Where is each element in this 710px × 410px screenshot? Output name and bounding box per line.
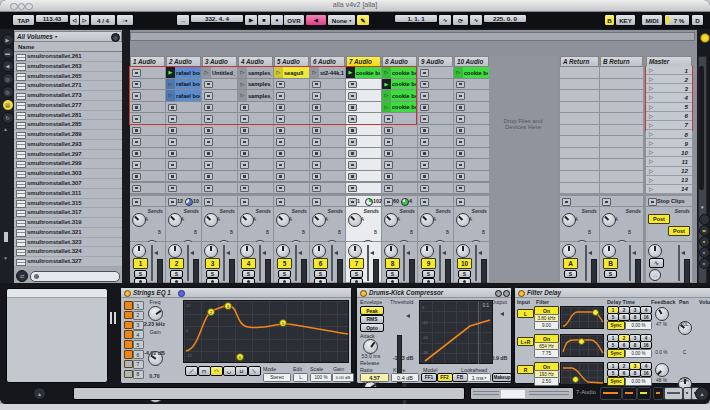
clip-stop-button[interactable] (204, 198, 213, 206)
scene-row-7[interactable]: ▷7 (646, 121, 692, 130)
clip-stop-button[interactable] (168, 150, 177, 158)
clip-stop-button[interactable] (456, 127, 465, 135)
fader-handle[interactable] (190, 251, 194, 255)
clip-stop-button[interactable] (456, 81, 465, 89)
eq-filter-type-4-icon[interactable]: ⊔ (235, 366, 248, 376)
clip-slot[interactable] (130, 79, 165, 90)
delay-input-L[interactable]: L (517, 309, 534, 318)
clip-slot[interactable] (274, 125, 309, 136)
browser-scroll-up-icon[interactable]: ▲ (3, 126, 8, 132)
clip-slot[interactable] (274, 136, 309, 147)
clip-slot[interactable] (382, 148, 417, 159)
midi-map-button[interactable]: MIDI (641, 14, 663, 26)
fader-handle[interactable] (632, 251, 636, 255)
eq-filter-type-5-icon[interactable]: ⟍ (248, 366, 261, 376)
clip-slot[interactable] (310, 102, 345, 113)
nudge-up-button[interactable]: ▷ (79, 14, 90, 26)
solo-button[interactable]: S (242, 270, 255, 279)
scene-row-13[interactable]: ▷13 (646, 176, 692, 185)
clip-stop-button[interactable] (312, 115, 321, 123)
clip-slot[interactable] (418, 113, 453, 124)
scene-row-4[interactable]: ▷4 (646, 93, 692, 102)
pan-knob[interactable] (240, 244, 254, 258)
browser-tab-icon-5[interactable]: ▤ (2, 99, 14, 111)
fader-handle[interactable] (154, 251, 158, 255)
clip-slot[interactable] (346, 125, 381, 136)
clip-stop-button[interactable] (420, 198, 429, 206)
scene-play-icon[interactable]: ▷ (649, 177, 653, 183)
filter-curve-display[interactable] (560, 362, 604, 385)
clip-slot[interactable] (418, 159, 453, 170)
fader-track[interactable] (629, 245, 631, 281)
browser-tab-icon-6[interactable]: ↻ (2, 112, 14, 124)
browser-file-row[interactable]: smultronstallet.261 (14, 52, 122, 62)
clip-slot[interactable] (238, 102, 273, 113)
clip-stop-button[interactable] (348, 161, 357, 169)
browser-file-row[interactable]: smultronstallet.265 (14, 72, 122, 82)
filter-handle[interactable] (592, 309, 599, 316)
comp-ratio-value[interactable]: 4.57 (360, 373, 389, 382)
clip-stop-button[interactable] (204, 138, 213, 146)
clip-stop-button[interactable] (384, 198, 393, 206)
track-header-3[interactable]: 3 Audio (202, 56, 237, 67)
scene-play-icon[interactable]: ▷ (649, 149, 653, 155)
clip-slot[interactable] (454, 125, 489, 136)
solo-button[interactable]: S (278, 270, 291, 279)
browser-file-row[interactable]: smultronstallet.297 (14, 150, 122, 160)
clip-slot[interactable] (310, 171, 345, 182)
session-clip[interactable]: ▷cookie box (382, 102, 417, 113)
clip-stop-button[interactable] (204, 185, 213, 193)
device-view-toggle[interactable]: ▲ (695, 387, 709, 401)
fader-handle[interactable] (226, 251, 230, 255)
clip-stop-button[interactable] (384, 150, 393, 158)
clip-play-outline-icon[interactable]: ▷ (166, 90, 175, 101)
clip-stop-button[interactable] (276, 104, 285, 112)
clip-slot[interactable] (130, 171, 165, 182)
hot-swap-icon[interactable]: ⇄ (16, 270, 28, 282)
clip-slot[interactable] (202, 79, 237, 90)
send-a-knob[interactable] (240, 213, 254, 227)
pan-knob[interactable] (132, 244, 146, 258)
clip-slot[interactable] (238, 148, 273, 159)
track-header-7[interactable]: 7 Audio (346, 56, 381, 67)
clip-stop-button[interactable] (348, 185, 357, 193)
clip-slot[interactable] (238, 183, 273, 194)
clip-stop-button[interactable] (132, 150, 141, 158)
session-clip[interactable]: ▷samples_fo (238, 79, 273, 90)
clip-stop-button[interactable] (276, 138, 285, 146)
clip-slot[interactable] (418, 90, 453, 101)
clip-slot[interactable] (418, 136, 453, 147)
browser-name-column-header[interactable]: Name (14, 42, 122, 52)
clip-stop-button[interactable] (276, 173, 285, 181)
session-clip[interactable]: ▷cookie box. (454, 67, 489, 78)
clip-slot[interactable] (418, 183, 453, 194)
session-clip[interactable]: ▷rafael bod m (166, 79, 201, 90)
fader-handle[interactable] (334, 251, 338, 255)
pan-knob[interactable] (204, 244, 218, 258)
comp-lookahead-select[interactable]: 1 ms▾ (467, 373, 491, 382)
browser-file-row[interactable]: smultronstallet.319 (14, 218, 122, 228)
clip-stop-button[interactable] (312, 92, 321, 100)
fader-track[interactable] (475, 245, 477, 281)
solo-button[interactable]: S (206, 270, 219, 279)
clip-slot[interactable] (166, 171, 201, 182)
pan-knob[interactable] (348, 244, 362, 258)
browser-scroll-thumb[interactable] (4, 232, 8, 242)
clip-play-outline-icon[interactable]: ▷ (238, 90, 247, 101)
clip-play-icon[interactable]: ▶ (382, 79, 391, 90)
eq-filter-type-2-icon[interactable]: ◠ (210, 366, 223, 376)
scene-play-icon[interactable]: ▷ (649, 122, 653, 128)
clip-slot[interactable] (202, 183, 237, 194)
eq-band-select-7[interactable]: 7 (133, 360, 144, 369)
clip-stop-button[interactable] (132, 173, 141, 181)
clip-slot[interactable] (454, 159, 489, 170)
fader-handle[interactable] (298, 251, 302, 255)
track-number-button[interactable]: 10 (457, 258, 472, 269)
eq-band-handle-2[interactable]: 2 (207, 308, 215, 316)
device-activator-icon[interactable] (360, 290, 367, 297)
browser-tab-icon-0[interactable]: ▶ (2, 34, 14, 46)
fader-track[interactable] (439, 245, 441, 281)
clip-stop-button[interactable] (132, 198, 141, 206)
clip-slot[interactable] (166, 183, 201, 194)
clip-slot[interactable] (202, 125, 237, 136)
